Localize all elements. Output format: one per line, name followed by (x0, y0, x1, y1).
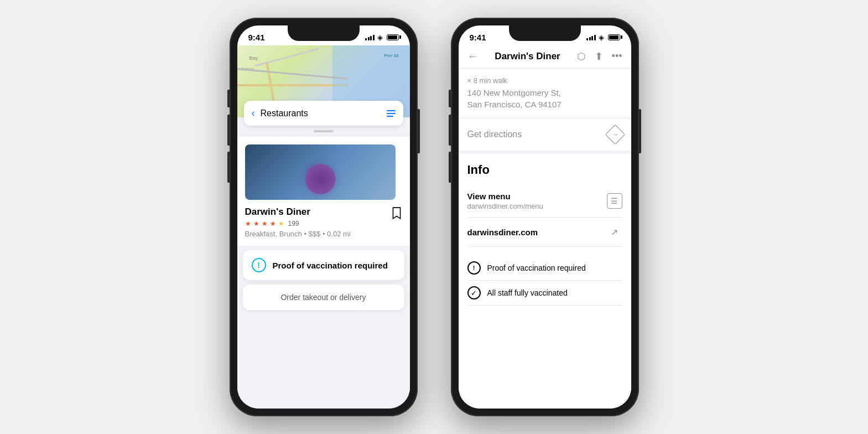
wifi-icon-2: ◈ (599, 33, 604, 42)
phone1-content: Bay Franci... Pier 33 ‹ Restaurants (237, 45, 410, 409)
view-menu-title: View menu (467, 192, 543, 201)
vaccination-items: ! Proof of vaccination required ✓ All st… (459, 251, 631, 310)
wifi-icon: ◈ (377, 33, 383, 42)
external-link-icon: ↗ (607, 224, 622, 240)
phone-2: 9:41 ◈ ← (451, 18, 639, 416)
directions-label: Get directions (467, 130, 522, 140)
notch-2 (509, 25, 581, 41)
nav-back-button[interactable]: ← (467, 50, 479, 63)
map-pier-label: Pier 33 (384, 53, 398, 58)
view-menu-subtitle: darwinsdiner.com/menu (467, 202, 543, 210)
mute-button-2 (449, 90, 451, 107)
vaccination-required-item: ! Proof of vaccination required (467, 256, 622, 281)
restaurant-name: Darwin's Diner (245, 206, 351, 218)
address-line1: 140 New Montgomery St, (467, 87, 622, 99)
food-image-main (245, 144, 396, 200)
address-line2: San Francisco, CA 94107 (467, 99, 622, 110)
review-count: 199 (288, 220, 299, 228)
restaurant-card: Darwin's Diner ★ ★ ★ ★ ★ 199 (237, 137, 410, 246)
search-bar[interactable]: ‹ Restaurants (244, 101, 403, 126)
list-view-icon[interactable] (387, 110, 396, 117)
signal-icon-2 (586, 34, 596, 40)
time-display: 9:41 (248, 33, 265, 42)
time-display-2: 9:41 (470, 33, 486, 42)
website-item[interactable]: darwinsdiner.com ↗ (467, 218, 622, 247)
volume-down-button (227, 152, 230, 183)
more-nav-icon[interactable]: ••• (612, 50, 622, 63)
info-heading: Info (467, 163, 622, 177)
share-nav-icon[interactable]: ⬆ (595, 50, 603, 63)
vaccination-icon: ! (252, 258, 266, 272)
vaccination-text: Proof of vaccination required (273, 261, 388, 270)
battery-icon (387, 34, 399, 40)
stars-row: ★ ★ ★ ★ ★ 199 (245, 220, 351, 228)
directions-icon: → (605, 125, 625, 145)
volume-up-button-2 (449, 115, 451, 146)
staff-vaccinated-item: ✓ All staff fully vaccinated (467, 281, 622, 306)
nav-title: Darwin's Diner (495, 51, 560, 62)
volume-up-button (227, 115, 230, 146)
phone-1-screen: 9:41 ◈ (237, 25, 410, 409)
star-rating: ★ ★ ★ ★ ★ (245, 220, 286, 228)
mute-button (227, 90, 230, 107)
bookmark-nav-icon[interactable]: ⬡ (577, 50, 586, 63)
back-arrow-icon[interactable]: ‹ (252, 107, 255, 119)
check-circle-icon: ✓ (467, 286, 481, 299)
volume-down-button-2 (449, 152, 451, 183)
power-button-2 (639, 109, 641, 153)
nav-bar: ← Darwin's Diner ⬡ ⬆ ••• (459, 45, 631, 69)
status-icons: ◈ (365, 33, 399, 42)
restaurant-info: Darwin's Diner ★ ★ ★ ★ ★ 199 (245, 206, 402, 238)
menu-book-icon: ☰ (607, 193, 622, 209)
bookmark-icon[interactable] (391, 206, 402, 220)
signal-icon (365, 34, 375, 40)
map-label-bay: Bay (250, 55, 258, 61)
info-section: Info View menu darwinsdiner.com/menu ☰ d… (459, 154, 631, 251)
phones-container: 9:41 ◈ (0, 0, 868, 434)
order-button-label: Order takeout or delivery (280, 293, 366, 302)
directions-section[interactable]: Get directions → (459, 118, 631, 154)
phone-1: 9:41 ◈ (230, 18, 418, 416)
exclamation-circle-icon: ! (467, 261, 481, 275)
battery-icon-2 (608, 34, 620, 40)
food-images (245, 144, 402, 200)
phone-2-screen: 9:41 ◈ ← (459, 25, 631, 409)
staff-vaccinated-text: All staff fully vaccinated (487, 288, 568, 297)
walk-time: × 8 min walk (467, 76, 622, 85)
detail-content: × 8 min walk 140 New Montgomery St, San … (459, 69, 631, 409)
search-bar-label: Restaurants (261, 108, 308, 118)
vaccination-notice: ! Proof of vaccination required (243, 250, 404, 280)
address-section: × 8 min walk 140 New Montgomery St, San … (459, 69, 631, 118)
restaurant-meta: Breakfast, Brunch • $$$ • 0.02 mi (245, 230, 351, 238)
map-label-franci: Franci... (242, 66, 258, 71)
power-button (418, 109, 420, 153)
scroll-indicator (237, 126, 410, 135)
notch (288, 25, 360, 41)
status-icons-2: ◈ (586, 33, 620, 42)
order-takeout-button[interactable]: Order takeout or delivery (243, 285, 404, 310)
website-label: darwinsdiner.com (467, 228, 538, 237)
nav-actions: ⬡ ⬆ ••• (577, 50, 622, 63)
view-menu-item[interactable]: View menu darwinsdiner.com/menu ☰ (467, 185, 622, 218)
phone2-content: ← Darwin's Diner ⬡ ⬆ ••• × 8 min walk 14… (459, 45, 631, 409)
vaccination-required-text: Proof of vaccination required (487, 264, 586, 272)
